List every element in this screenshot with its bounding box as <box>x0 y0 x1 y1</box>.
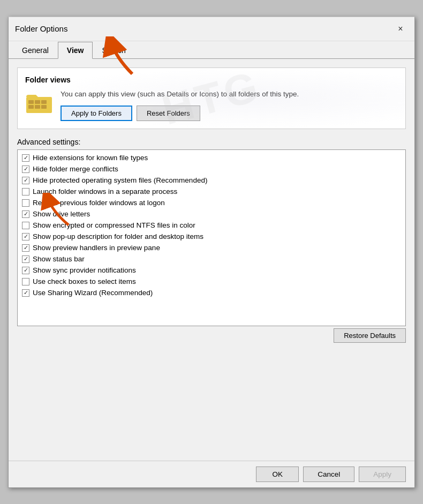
tab-search[interactable]: Search <box>93 42 134 59</box>
settings-item-use-sharing-wizard[interactable]: Use Sharing Wizard (Recommended) <box>19 287 404 298</box>
settings-item-show-drive-letters[interactable]: Show drive letters <box>19 208 404 220</box>
label-use-sharing-wizard: Use Sharing Wizard (Recommended) <box>33 289 153 297</box>
label-restore-previous: Restore previous folder windows at logon <box>33 199 165 207</box>
checkbox-restore-previous[interactable] <box>22 199 29 207</box>
tab-view[interactable]: View <box>58 42 93 59</box>
svg-rect-2 <box>28 100 34 104</box>
cancel-button[interactable]: Cancel <box>303 467 354 482</box>
checkbox-show-status-bar[interactable] <box>22 255 29 263</box>
checkbox-hide-extensions[interactable] <box>22 154 29 162</box>
svg-rect-7 <box>41 105 47 109</box>
settings-item-show-sync[interactable]: Show sync provider notifications <box>19 265 404 276</box>
restore-defaults-button[interactable]: Restore Defaults <box>334 328 406 343</box>
settings-item-use-check-boxes[interactable]: Use check boxes to select items <box>19 276 404 287</box>
label-hide-folder-merge: Hide folder merge conflicts <box>33 165 118 173</box>
settings-item-launch-separate[interactable]: Launch folder windows in a separate proc… <box>19 186 404 197</box>
reset-folders-button[interactable]: Reset Folders <box>137 106 200 121</box>
label-show-encrypted: Show encrypted or compressed NTFS files … <box>33 221 195 229</box>
label-show-drive-letters: Show drive letters <box>33 210 90 218</box>
advanced-settings-area: Advanced settings: Hide extensions for k… <box>17 138 406 343</box>
svg-rect-5 <box>28 105 34 109</box>
dialog-footer: OK Cancel Apply <box>9 461 414 487</box>
checkbox-show-sync[interactable] <box>22 267 29 274</box>
folder-views-description: You can apply this view (such as Details… <box>61 89 299 100</box>
checkbox-show-drive-letters[interactable] <box>22 210 29 218</box>
folder-views-box: HTG Folder views <box>17 67 406 130</box>
tab-strip: General View Search <box>9 41 414 59</box>
settings-list-container[interactable]: Hide extensions for known file typesHide… <box>17 149 406 326</box>
folder-views-label: Folder views <box>25 76 398 84</box>
label-launch-separate: Launch folder windows in a separate proc… <box>33 187 177 195</box>
dialog-title: Folder Options <box>15 24 67 33</box>
checkbox-hide-folder-merge[interactable] <box>22 166 29 173</box>
checkbox-show-popup[interactable] <box>22 233 29 240</box>
folder-views-text-area: You can apply this view (such as Details… <box>61 89 299 122</box>
main-content: HTG Folder views <box>9 59 414 461</box>
label-hide-protected: Hide protected operating system files (R… <box>33 176 207 184</box>
restore-defaults-row: Restore Defaults <box>17 328 406 343</box>
label-show-popup: Show pop-up description for folder and d… <box>33 232 203 240</box>
checkbox-use-sharing-wizard[interactable] <box>22 289 29 297</box>
checkbox-show-encrypted[interactable] <box>22 222 29 229</box>
label-use-check-boxes: Use check boxes to select items <box>33 277 136 285</box>
checkbox-show-preview-handlers[interactable] <box>22 244 29 252</box>
apply-button[interactable]: Apply <box>359 467 406 482</box>
settings-item-hide-folder-merge[interactable]: Hide folder merge conflicts <box>19 163 404 175</box>
label-hide-extensions: Hide extensions for known file types <box>33 154 148 162</box>
checkbox-hide-protected[interactable] <box>22 177 29 184</box>
settings-item-show-preview-handlers[interactable]: Show preview handlers in preview pane <box>19 242 404 253</box>
settings-item-restore-previous[interactable]: Restore previous folder windows at logon <box>19 197 404 208</box>
title-bar: Folder Options × <box>9 17 414 41</box>
settings-item-hide-extensions[interactable]: Hide extensions for known file types <box>19 152 404 163</box>
folder-icon <box>25 89 53 115</box>
folder-views-section: HTG Folder views <box>17 67 406 130</box>
svg-rect-6 <box>35 105 40 109</box>
folder-options-dialog: Folder Options × General View Search <box>8 17 415 488</box>
svg-rect-3 <box>35 100 40 104</box>
advanced-label: Advanced settings: <box>17 138 406 146</box>
folder-views-buttons: Apply to Folders Reset Folders <box>61 106 299 121</box>
settings-item-show-popup[interactable]: Show pop-up description for folder and d… <box>19 231 404 242</box>
label-show-preview-handlers: Show preview handlers in preview pane <box>33 244 160 252</box>
label-show-sync: Show sync provider notifications <box>33 266 136 274</box>
close-button[interactable]: × <box>393 21 408 36</box>
tab-general[interactable]: General <box>13 42 58 59</box>
svg-rect-4 <box>41 100 47 104</box>
settings-item-show-encrypted[interactable]: Show encrypted or compressed NTFS files … <box>19 220 404 231</box>
folder-views-inner: You can apply this view (such as Details… <box>25 89 398 122</box>
checkbox-use-check-boxes[interactable] <box>22 278 29 285</box>
settings-list: Hide extensions for known file typesHide… <box>18 150 405 300</box>
checkbox-launch-separate[interactable] <box>22 188 29 195</box>
label-show-status-bar: Show status bar <box>33 255 85 263</box>
ok-button[interactable]: OK <box>256 467 299 482</box>
apply-to-folders-button[interactable]: Apply to Folders <box>61 106 132 121</box>
settings-item-hide-protected[interactable]: Hide protected operating system files (R… <box>19 175 404 186</box>
settings-item-show-status-bar[interactable]: Show status bar <box>19 253 404 265</box>
